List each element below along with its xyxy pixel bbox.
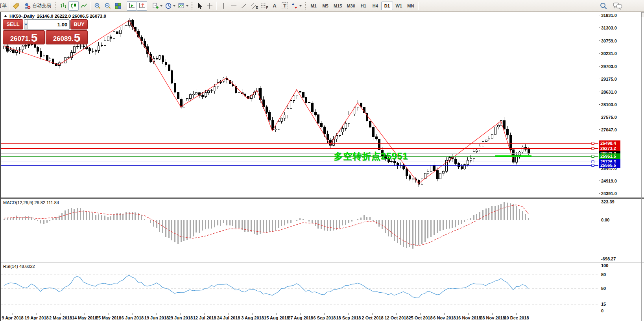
line-chart-icon [80,2,87,9]
toolbar-grip[interactable] [191,2,193,10]
line-handle [592,148,594,150]
date-tick [133,313,133,315]
toolbar-grip[interactable] [55,2,57,10]
date-label: 16 Nov 2018 [456,315,481,320]
price-tick-label: 27047.0 [601,127,640,132]
timeframe-H4[interactable]: H4 [369,2,381,10]
date-label: 15 Aug 2018 [264,315,289,320]
toolbar-separator [418,2,419,10]
chart-window[interactable]: HK50-,Daily 26146.0 26222.0 26006.5 2607… [0,12,644,321]
date-tick [517,313,517,315]
date-tick [301,313,301,315]
candlestick-mode-button[interactable] [68,1,79,11]
auto-scroll-button[interactable] [127,1,137,11]
equidistant-channel-tool-button[interactable]: E [249,1,259,11]
timeframe-M5[interactable]: M5 [319,2,331,10]
date-tick [445,313,445,315]
toolbar-separator [149,2,149,10]
text-label-tool-button[interactable]: T [280,1,290,11]
macd-tick-label: -698.27 [601,256,640,261]
dropdown-arrow-icon [186,5,188,7]
arrows-tool-button[interactable] [290,1,303,11]
timeframe-MN[interactable]: MN [405,2,417,10]
volume-input[interactable] [28,20,70,29]
timeframe-M1[interactable]: M1 [308,2,319,10]
timeframe-M30[interactable]: M30 [344,2,357,10]
periods-button[interactable] [164,1,177,11]
cursor-button[interactable] [194,1,205,11]
indicators-button[interactable] [151,1,164,11]
timeframe-D1[interactable]: D1 [381,2,393,10]
trendline-tool-button[interactable] [239,1,249,11]
date-label: 19 Jun 2018 [144,315,169,320]
date-label: 12 Jul 2018 [193,315,216,320]
rsi-tick-label: 15 [601,302,640,306]
fibonacci-tool-button[interactable]: F [259,1,269,11]
zoom-in-button[interactable] [92,1,103,11]
dropdown-arrow-icon [173,5,175,7]
toolbar-grip[interactable] [304,2,306,10]
templates-button[interactable] [177,1,190,11]
rsi-tick-label: 100 [601,263,640,268]
horizontal-line-tool-button[interactable] [229,1,239,11]
rsi-line [4,275,528,298]
collapse-triangle-icon[interactable] [4,15,7,17]
bar-chart-mode-button[interactable] [58,1,68,11]
date-label: 3 Aug 2018 [241,315,264,320]
macd-tick-label: 0.00 [601,218,640,222]
toolbar-separator [125,2,125,10]
autotrading-button[interactable]: 自动交易 [21,1,54,11]
symbol-period-label: HK50-,Daily [9,14,35,18]
scrollbar-box[interactable] [642,12,644,17]
zoom-in-icon [94,2,101,9]
chart-text-annotation[interactable]: 多空转折点25951 [334,150,408,162]
date-label: 18 Sep 2018 [336,315,361,320]
level-price-label: 26498.4 [599,140,620,146]
timeframe-W1[interactable]: W1 [393,2,405,10]
sell-button[interactable]: SELL [3,19,23,30]
macd-indicator-panel[interactable] [1,199,644,261]
trendline-icon [240,2,247,9]
auto-scroll-icon [128,2,135,9]
horizontal-line-icon [230,2,237,9]
timeframe-H1[interactable]: H1 [358,2,369,10]
one-click-trading-panel: SELL BUY 26071.5 26089.5 [3,19,88,44]
tile-windows-button[interactable] [113,1,123,11]
zoom-out-button[interactable] [103,1,113,11]
search-icon[interactable] [600,2,607,10]
date-tick [373,313,373,315]
date-label: 28 Nov 2018 [480,315,505,320]
date-tick [253,313,253,315]
vertical-line-icon [220,2,227,9]
chat-icon[interactable] [613,2,622,10]
crosshair-button[interactable] [205,1,215,11]
candlestick-icon [70,2,77,9]
timeframe-M15[interactable]: M15 [331,2,344,10]
date-label: 27 Aug 2018 [288,315,313,320]
price-tick-label: 28631.0 [601,90,640,94]
dropdown-arrow-icon [160,5,162,7]
text-tool-button[interactable]: A [269,1,280,11]
orders-label[interactable]: 订单 [0,2,7,9]
autotrading-icon [24,2,31,9]
date-tick [469,313,469,315]
volume-decrease-button[interactable] [24,20,28,29]
rsi-indicator-panel[interactable] [1,262,644,313]
cursor-arrow-icon [196,2,203,9]
tile-windows-icon [114,2,122,9]
main-price-chart[interactable] [1,12,644,197]
level-price-label: 25951.5 [599,153,620,159]
price-tick-label: 24919.0 [601,179,640,183]
date-label: 2 May 2018 [49,315,72,320]
buy-price[interactable]: 26089.5 [46,30,88,44]
buy-button[interactable]: BUY [70,19,88,30]
new-order-button[interactable] [11,1,21,11]
date-label: 25 May 2018 [96,315,121,320]
line-handle [592,161,594,163]
vertical-line-tool-button[interactable] [218,1,229,11]
chart-shift-button[interactable] [137,1,147,11]
channel-letter: E [256,6,258,9]
sell-price[interactable]: 26071.5 [3,30,45,44]
date-label: 25 Oct 2018 [408,315,432,320]
line-chart-mode-button[interactable] [79,1,89,11]
